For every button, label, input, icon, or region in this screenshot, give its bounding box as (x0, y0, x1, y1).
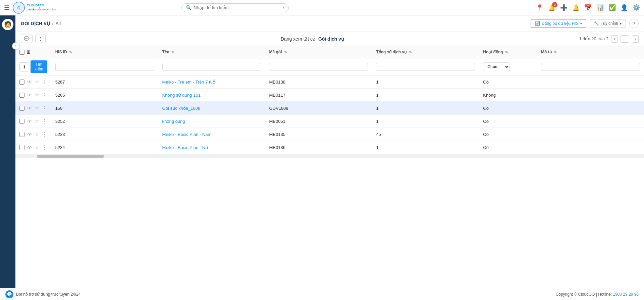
mo-ta-cell (537, 89, 644, 102)
row-checkbox[interactable] (19, 145, 24, 150)
row-actions-cell: 👁 ☆ ⋮ (15, 76, 51, 89)
more-icon[interactable]: ⋮ (42, 131, 47, 137)
table-row: 👁 ☆ ⋮ 5205 Không sử dụng 101 MB0117 1 Kh… (15, 89, 644, 102)
tong-so-filter-input[interactable] (376, 63, 475, 71)
more-icon[interactable]: ⋮ (42, 144, 47, 150)
star-icon[interactable]: ☆ (35, 105, 39, 111)
col-ten-sort-icon[interactable]: ⇅ (171, 50, 174, 54)
footer-hotline[interactable]: 1900 29 29 90 (613, 292, 639, 297)
search-action-cell: ⬆ Tìm kiếm (15, 58, 51, 76)
view-icon[interactable]: 👁 (27, 118, 32, 124)
his-id-cell: 3252 (51, 115, 158, 128)
more-options-button[interactable]: ⋮ (35, 35, 46, 43)
ten-link[interactable]: Meiko - Basic Plan - Nam (162, 132, 212, 137)
view-icon[interactable]: 👁 (27, 92, 32, 98)
search-dropdown-icon[interactable]: ▾ (283, 6, 284, 9)
table-title-prefix: Đang xem tất cả (281, 36, 316, 42)
tong-so-cell: 1 (372, 89, 479, 102)
hamburger-icon[interactable]: ☰ (4, 4, 9, 11)
tong-so-cell: 1 (372, 76, 479, 89)
more-icon[interactable]: ⋮ (42, 79, 47, 85)
select-all-checkbox[interactable] (19, 50, 24, 55)
breadcrumb: GÓI DỊCH VỤ › All (21, 21, 61, 26)
col-ma-goi-label: Mã gói (269, 50, 282, 54)
customize-dropdown-icon[interactable]: ▾ (620, 22, 622, 26)
row-checkbox[interactable] (19, 93, 24, 98)
more-icon[interactable]: ⋮ (42, 105, 47, 111)
settings-icon[interactable]: ⚙️ (633, 4, 640, 11)
user-icon[interactable]: 👤 (621, 4, 628, 11)
search-button[interactable]: Tìm kiếm (31, 60, 47, 73)
logo[interactable]: C CLOUDPRO CHUYỂN ĐỔI SỐ CHUYÊN SÂU TỪNG… (13, 2, 56, 14)
breadcrumb-main[interactable]: GÓI DỊCH VỤ (21, 21, 50, 26)
sidebar-collapse-btn[interactable]: › (12, 42, 19, 50)
row-checkbox[interactable] (19, 106, 24, 111)
help-button[interactable]: ? (629, 19, 639, 28)
row-checkbox[interactable] (19, 80, 24, 85)
hoat-dong-filter-select[interactable]: Chọn... Có Không (483, 62, 510, 71)
notification-badge: 9 (552, 2, 557, 7)
location-icon[interactable]: 📍 (536, 4, 543, 11)
ma-goi-filter-input[interactable] (269, 63, 368, 71)
his-id-filter-cell (51, 58, 158, 76)
ten-link[interactable]: Không sử dụng 101 (162, 93, 201, 98)
ma-goi-cell: MB0051 (265, 115, 372, 128)
star-icon[interactable]: ☆ (35, 131, 39, 137)
row-checkbox[interactable] (19, 119, 24, 124)
page-next-button[interactable]: › (632, 35, 639, 43)
breadcrumb-sub[interactable]: All (55, 21, 61, 26)
view-icon[interactable]: 👁 (27, 132, 32, 137)
row-checkbox[interactable] (19, 132, 24, 137)
ten-cell: Meiko - Trẻ em - Trên 7 tuổi (158, 76, 265, 89)
breadcrumb-actions: 🔄 Đồng bộ dữ liệu HIS ▾ 🔧 Tùy chỉnh ▾ ? (531, 19, 639, 28)
star-icon[interactable]: ☆ (35, 144, 39, 150)
notification-icon[interactable]: 🔔 9 (548, 4, 555, 11)
page-more-button[interactable]: ... (621, 35, 629, 43)
horizontal-scrollbar[interactable] (15, 154, 644, 158)
col-mo-ta-label: Mô tả (541, 50, 552, 54)
chat-button[interactable]: 💬 (21, 35, 33, 43)
search-input[interactable] (194, 5, 281, 10)
upload-button[interactable]: ⬆ (19, 62, 29, 71)
row-actions-cell: 👁 ☆ ⋮ (15, 102, 51, 115)
ten-filter-input[interactable] (162, 63, 261, 71)
col-tong-so-sort-icon[interactable]: ⇅ (409, 50, 412, 54)
chart-icon[interactable]: 📊 (596, 4, 604, 11)
col-ma-goi-sort-icon[interactable]: ⇅ (284, 50, 287, 54)
col-mo-ta-sort-icon[interactable]: ⇅ (554, 50, 556, 54)
more-icon[interactable]: ⋮ (42, 118, 47, 124)
his-id-filter-input[interactable] (55, 63, 154, 71)
scrollbar-thumb[interactable] (37, 155, 104, 158)
table-body: 👁 ☆ ⋮ 5267 Meiko - Trẻ em - Trên 7 tuổi … (15, 76, 644, 154)
star-icon[interactable]: ☆ (35, 92, 39, 98)
his-id-cell: 5267 (51, 76, 158, 89)
add-icon[interactable]: ➕ (560, 4, 568, 11)
mo-ta-cell (537, 76, 644, 89)
columns-icon[interactable]: ⊞ (26, 49, 31, 55)
col-his-id-sort-icon[interactable]: ⇅ (69, 50, 72, 54)
mo-ta-filter-input[interactable] (541, 63, 640, 71)
more-icon[interactable]: ⋮ (42, 92, 47, 98)
chat-bubble-icon[interactable]: 💬 (5, 290, 13, 298)
global-search-bar[interactable]: 🔍 ▾ (181, 3, 289, 12)
ten-link[interactable]: không dùng (162, 119, 185, 124)
view-icon[interactable]: 👁 (27, 79, 32, 85)
star-icon[interactable]: ☆ (35, 79, 39, 85)
his-id-cell: 5233 (51, 128, 158, 141)
sync-his-button[interactable]: 🔄 Đồng bộ dữ liệu HIS ▾ (531, 19, 586, 28)
page-prev-button[interactable]: ‹ (611, 35, 618, 43)
sync-dropdown-icon[interactable]: ▾ (580, 22, 582, 26)
ten-link[interactable]: Gói sức khỏe_1808 (162, 106, 201, 111)
mo-ta-cell (537, 141, 644, 154)
ten-link[interactable]: Meiko - Basic Plan - Nữ (162, 145, 208, 150)
view-icon[interactable]: 👁 (27, 145, 32, 150)
view-icon[interactable]: 👁 (27, 105, 32, 111)
star-icon[interactable]: ☆ (35, 118, 39, 124)
tasks-icon[interactable]: ✅ (608, 4, 616, 11)
col-hoat-dong-sort-icon[interactable]: ⇅ (505, 50, 508, 54)
customize-button[interactable]: 🔧 Tùy chỉnh ▾ (590, 19, 626, 28)
alert-icon[interactable]: 🔔 (572, 4, 580, 11)
avatar[interactable]: 🧑 (2, 19, 13, 30)
ten-link[interactable]: Meiko - Trẻ em - Trên 7 tuổi (162, 80, 216, 85)
calendar-icon[interactable]: 📅 (584, 4, 592, 11)
